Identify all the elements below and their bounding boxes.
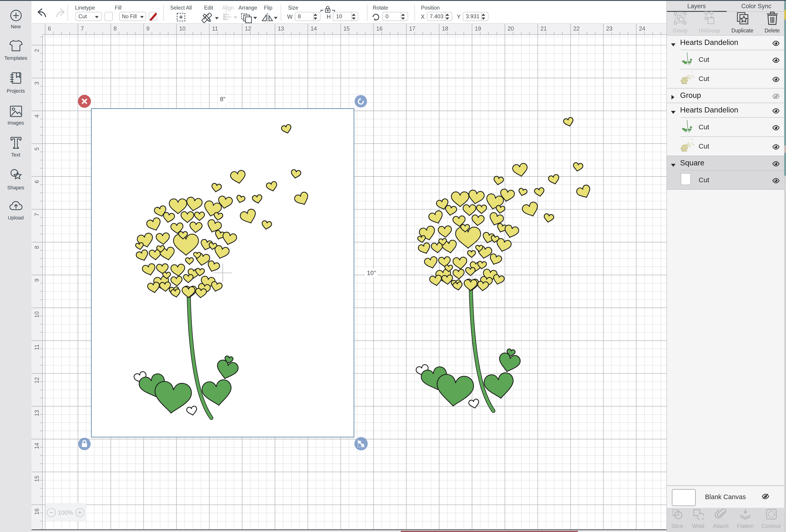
svg-text:20: 20 bbox=[508, 25, 514, 32]
svg-text:8”: 8” bbox=[220, 96, 225, 103]
svg-text:17: 17 bbox=[409, 25, 416, 32]
svg-text:13: 13 bbox=[278, 25, 284, 32]
svg-text:10: 10 bbox=[33, 311, 40, 318]
svg-text:13: 13 bbox=[33, 410, 40, 416]
svg-text:11: 11 bbox=[33, 344, 40, 350]
svg-text:4: 4 bbox=[33, 115, 40, 118]
svg-text:22: 22 bbox=[573, 25, 580, 32]
svg-text:12: 12 bbox=[33, 377, 40, 384]
svg-text:14: 14 bbox=[310, 25, 317, 32]
svg-text:15: 15 bbox=[344, 25, 350, 32]
svg-text:18: 18 bbox=[442, 25, 448, 32]
svg-text:6: 6 bbox=[33, 180, 40, 184]
svg-text:3: 3 bbox=[33, 82, 40, 85]
svg-text:2: 2 bbox=[33, 49, 40, 52]
svg-text:8: 8 bbox=[33, 246, 40, 249]
svg-text:10”: 10” bbox=[367, 270, 376, 276]
svg-text:23: 23 bbox=[606, 25, 612, 32]
svg-text:10: 10 bbox=[179, 25, 186, 32]
svg-text:16: 16 bbox=[376, 25, 383, 32]
svg-text:8: 8 bbox=[113, 25, 117, 32]
svg-text:14: 14 bbox=[33, 443, 40, 449]
svg-text:15: 15 bbox=[33, 476, 40, 482]
svg-text:9: 9 bbox=[146, 25, 149, 32]
svg-text:6: 6 bbox=[48, 25, 51, 32]
svg-text:19: 19 bbox=[475, 25, 481, 32]
svg-text:7: 7 bbox=[81, 25, 84, 32]
svg-text:12: 12 bbox=[245, 25, 251, 32]
svg-text:21: 21 bbox=[540, 25, 547, 32]
svg-text:7: 7 bbox=[33, 213, 40, 216]
svg-text:24: 24 bbox=[639, 25, 645, 32]
svg-text:9: 9 bbox=[33, 279, 40, 282]
svg-text:16: 16 bbox=[33, 508, 40, 515]
svg-text:100%: 100% bbox=[58, 509, 73, 516]
svg-text:11: 11 bbox=[212, 25, 218, 32]
svg-text:5: 5 bbox=[33, 147, 40, 150]
